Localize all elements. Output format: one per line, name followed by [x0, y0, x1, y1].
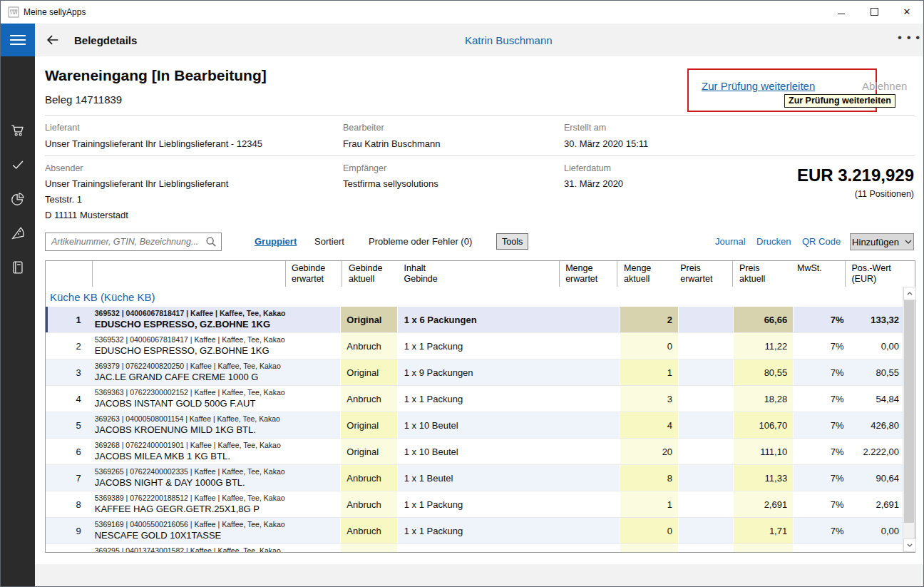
- check-icon[interactable]: [10, 157, 26, 173]
- inhalt-gebinde-cell: 1 x 1 Packung: [398, 333, 566, 359]
- column-header-article[interactable]: [93, 261, 286, 287]
- article-meta: 369295 | 04013743001582 | Kaffee | Kaffe…: [95, 546, 285, 552]
- row-number: 3: [46, 359, 88, 385]
- bearbeiter-label: Bearbeiter: [343, 123, 384, 133]
- drucken-link[interactable]: Drucken: [756, 236, 791, 247]
- table-row[interactable]: 25369532 | 04006067818417 | Kaffee | Kaf…: [46, 333, 903, 359]
- absender-label: Absender: [45, 163, 83, 173]
- table-row[interactable]: 1369532 | 04006067818417 | Kaffee | Kaff…: [46, 307, 903, 333]
- pie-chart-icon[interactable]: [10, 191, 26, 207]
- article-cell: 369532 | 04006067818417 | Kaffee | Kaffe…: [88, 307, 288, 335]
- scrollbar-thumb[interactable]: [904, 300, 914, 523]
- pizza-icon[interactable]: [10, 225, 26, 241]
- more-options-button[interactable]: • • •: [898, 31, 920, 45]
- search-input[interactable]: [46, 237, 205, 247]
- gebinde-erwartet-cell: [288, 386, 340, 412]
- tab-probleme-fehler[interactable]: Probleme oder Fehler (0): [369, 236, 472, 247]
- gebinde-erwartet-cell: [288, 333, 340, 359]
- preis-aktuell-cell: 111,10: [733, 439, 794, 464]
- qr-code-link[interactable]: QR Code: [802, 236, 841, 247]
- pos-wert-cell: 426,80: [850, 412, 903, 438]
- column-header-preis-erw[interactable]: Preis erwartet: [674, 261, 733, 287]
- inhalt-gebinde-cell: 1 x 6 Packungen: [398, 307, 566, 332]
- minimize-button[interactable]: [825, 1, 858, 23]
- table-row[interactable]: 5369263 | 04000508001154 | Kaffee | Kaff…: [46, 412, 903, 439]
- tab-gruppiert[interactable]: Gruppiert: [255, 236, 297, 247]
- table-row[interactable]: 6369268 | 07622400001901 | Kaffee | Kaff…: [46, 439, 903, 465]
- column-header-geb-akt[interactable]: Gebinde aktuell: [342, 261, 397, 287]
- forward-for-review-link[interactable]: Zur Prüfung weiterleiten: [702, 80, 815, 92]
- user-name-link[interactable]: Katrin Buschmann: [465, 34, 553, 46]
- gebinde-aktuell-cell: Anbruch: [340, 465, 397, 491]
- absender-line3: D 11111 Musterstadt: [45, 210, 128, 220]
- back-button[interactable]: [45, 32, 61, 48]
- gebinde-aktuell-cell: Original: [340, 359, 397, 385]
- table-row[interactable]: 75369265 | 07622400002335 | Kaffee | Kaf…: [46, 465, 903, 491]
- column-header-menge-erw[interactable]: Menge erwartet: [560, 261, 617, 287]
- inhalt-gebinde-cell: 1 x 1 Packung: [398, 491, 566, 517]
- book-icon[interactable]: [10, 260, 26, 275]
- maximize-button[interactable]: [858, 1, 890, 23]
- table-body: Küche KB (Küche KB) 1369532 | 0400606781…: [46, 287, 903, 552]
- article-cell: 369263 | 04000508001154 | Kaffee | Kaffe…: [88, 412, 288, 440]
- row-number: 2: [46, 333, 88, 359]
- preis-aktuell-cell: 18,28: [733, 386, 794, 412]
- menge-aktuell-cell: 0: [620, 518, 679, 543]
- inhalt-gebinde-cell: 1 x 1 Beutel: [398, 465, 566, 491]
- preis-erwartet-cell: [679, 491, 733, 517]
- table-row[interactable]: 10369295 | 04013743001582 | Kaffee | Kaf…: [46, 544, 903, 552]
- pos-wert-cell: 209,088: [850, 544, 903, 552]
- article-meta: 369379 | 07622400820250 | Kaffee | Kaffe…: [95, 362, 285, 371]
- mwst-cell: 7%: [794, 544, 849, 552]
- close-button[interactable]: ✕: [890, 1, 923, 23]
- total-amount: EUR 3.219,929: [797, 165, 914, 185]
- title-bar[interactable]: Meine sellyApps ✕: [1, 1, 923, 24]
- app-bar: [1, 24, 923, 56]
- column-header-menge-akt[interactable]: Menge aktuell: [617, 261, 674, 287]
- column-header-nr[interactable]: [46, 261, 93, 287]
- gebinde-aktuell-cell: Anbruch: [340, 333, 397, 359]
- gebinde-aktuell-cell: Original: [340, 544, 397, 552]
- table-row[interactable]: 85369389 | 07622200188512 | Kaffee | Kaf…: [46, 491, 903, 518]
- pos-wert-cell: 133,32: [850, 307, 903, 332]
- menge-erwartet-cell: [566, 412, 620, 438]
- hinzufuegen-button[interactable]: Hinzufügen: [850, 233, 914, 250]
- tools-button[interactable]: Tools: [496, 233, 528, 250]
- inhalt-gebinde-cell: 1 x 1 Packung: [398, 386, 566, 412]
- vertical-scrollbar[interactable]: [903, 287, 915, 552]
- table-row[interactable]: 95369169 | 04005500216056 | Kaffee | Kaf…: [46, 518, 903, 544]
- reject-link[interactable]: Ablehnen: [862, 80, 907, 92]
- menge-erwartet-cell: [566, 465, 620, 491]
- gebinde-aktuell-cell: Anbruch: [340, 386, 397, 412]
- hamburger-menu-button[interactable]: [1, 24, 35, 56]
- menge-aktuell-cell: 1: [620, 359, 679, 385]
- article-cell: 5369363 | 07622300002152 | Kaffee | Kaff…: [88, 386, 288, 414]
- menge-erwartet-cell: [566, 544, 620, 552]
- column-header-pos[interactable]: Pos.-Wert (EUR): [846, 261, 903, 287]
- article-meta: 5369169 | 04005500216056 | Kaffee | Kaff…: [95, 520, 285, 529]
- divider: [45, 155, 915, 156]
- group-header: Küche KB (Küche KB): [46, 287, 903, 307]
- menge-aktuell-cell: 4: [620, 544, 679, 552]
- erstellt-am-label: Erstellt am: [564, 123, 606, 133]
- search-box: [45, 233, 222, 251]
- gebinde-erwartet-cell: [288, 465, 340, 491]
- mwst-cell: 7%: [794, 518, 849, 543]
- divider: [45, 115, 915, 116]
- tab-sortiert[interactable]: Sortiert: [314, 236, 344, 247]
- article-meta: 5369389 | 07622200188512 | Kaffee | Kaff…: [95, 494, 285, 503]
- journal-link[interactable]: Journal: [715, 236, 746, 247]
- table-row[interactable]: 45369363 | 07622300002152 | Kaffee | Kaf…: [46, 386, 903, 412]
- column-header-preis-akt[interactable]: Preis aktuell: [733, 261, 791, 287]
- scroll-up-button[interactable]: [903, 287, 916, 300]
- column-header-inhalt[interactable]: Inhalt Gebinde: [398, 261, 560, 287]
- cart-icon[interactable]: [10, 123, 26, 138]
- table-row[interactable]: 3369379 | 07622400820250 | Kaffee | Kaff…: [46, 359, 903, 386]
- mwst-cell: 7%: [794, 491, 849, 517]
- preis-aktuell-cell: 80,55: [733, 359, 794, 385]
- scroll-down-button[interactable]: [903, 538, 916, 552]
- table-header-row: Gebinde erwartetGebinde aktuellInhalt Ge…: [46, 261, 903, 287]
- column-header-mwst[interactable]: MwSt.: [791, 261, 846, 287]
- column-header-geb-erw[interactable]: Gebinde erwartet: [286, 261, 342, 287]
- search-icon[interactable]: [205, 235, 217, 248]
